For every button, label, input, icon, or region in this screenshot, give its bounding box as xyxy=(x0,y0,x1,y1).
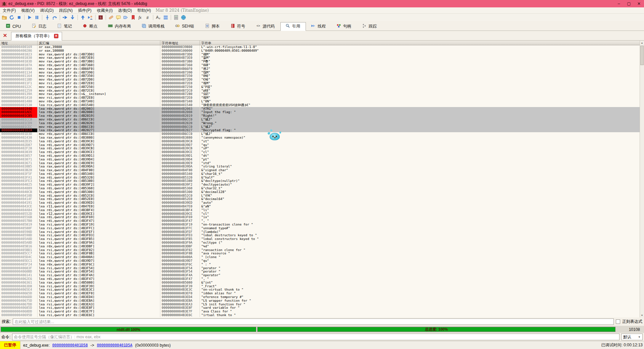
cell-string[interactable]: L"0N" xyxy=(200,100,644,103)
table-row[interactable]: 0000000000401CECmov rdx,qword ptr ds:[4B… xyxy=(0,125,644,129)
cell-string-address[interactable]: 00000000004B39D7 xyxy=(160,259,200,263)
comment-icon[interactable] xyxy=(115,14,122,21)
cell-disassembly[interactable]: lea rsi,qword ptr ds:[4B3FEF] xyxy=(38,230,160,234)
tab-call-stack[interactable]: 调用堆栈 xyxy=(137,22,170,31)
cell-disassembly[interactable]: or eax,39800 xyxy=(38,45,160,49)
cell-string-address[interactable]: 00000000004B39CB xyxy=(160,147,200,150)
cell-address[interactable]: 0000000000401410 xyxy=(0,96,38,100)
stop-icon[interactable] xyxy=(16,14,22,21)
table-row[interactable]: 000000000040139Amov rax,qword ptr ds:[<&… xyxy=(0,92,644,96)
cell-string-address[interactable]: 00000000004B52E0 xyxy=(160,197,200,201)
tab-trace[interactable]: 跟踪 xyxy=(357,22,382,31)
cell-address[interactable]: 0000000000401030 xyxy=(0,56,38,60)
cell-disassembly[interactable]: lea rdi,qword ptr ds:[4B3BF4] xyxy=(38,208,160,212)
cell-address[interactable]: 000000000040665D xyxy=(0,292,38,295)
table-row[interactable]: 0000000000405A0Dlea rsi,qword ptr ds:[4B… xyxy=(0,237,644,241)
table-row[interactable]: 0000000000401AEClea rdx,qword ptr ds:[4B… xyxy=(0,110,644,114)
cell-string-address[interactable]: 00000000004B7390 xyxy=(160,71,200,74)
cell-string-address[interactable]: 00000000004B3BF4 xyxy=(160,208,200,212)
cell-disassembly[interactable]: lea rdi,qword ptr ds:[4B39CE] xyxy=(38,150,160,154)
tab-breakpoints[interactable]: 断点 xyxy=(77,22,103,31)
cell-string[interactable]: &"signed char" xyxy=(200,168,644,172)
cell-address[interactable]: 0000000000401480 xyxy=(0,100,38,103)
cell-disassembly[interactable]: lea rsi,qword ptr ds:[4B3E8F] xyxy=(38,306,160,310)
status-address-from[interactable]: 0000000000401D58 xyxy=(52,343,88,347)
cell-address[interactable]: 000000000040588F xyxy=(0,227,38,230)
cell-address[interactable]: 00000000004057B0 xyxy=(0,219,38,223)
table-row[interactable]: 000000000040685Dlea rsi,qword ptr ds:[4B… xyxy=(0,306,644,310)
cell-string[interactable]: "uard variable for " xyxy=(200,306,644,310)
cell-string-address[interactable]: 00000000004B5320 xyxy=(160,176,200,180)
cell-string-address[interactable]: 00000000004B3FFC xyxy=(160,227,200,230)
cell-address[interactable]: 000000000040108A xyxy=(0,67,38,71)
header-string[interactable]: 字符串 xyxy=(200,41,644,45)
pause-icon[interactable] xyxy=(34,14,40,21)
cell-string[interactable]: L"-win-crt-filesystem-l1-1-0" xyxy=(200,45,644,49)
cell-string-address[interactable]: 00000000004B3F8B xyxy=(160,252,200,255)
cell-address[interactable]: 000000000040103D xyxy=(0,60,38,63)
cell-string-address[interactable]: 00000000004B39E9 xyxy=(160,161,200,165)
table-row[interactable]: 00000000004062E6lea rdi,qword ptr ds:[4B… xyxy=(0,277,644,281)
cell-string[interactable]: "蔃M" xyxy=(200,71,644,74)
cell-string-address[interactable]: 00000000004B3F19 xyxy=(160,223,200,227)
patch-icon[interactable] xyxy=(108,14,114,21)
table-row[interactable]: 00000000004068DDlea rsi,qword ptr ds:[4B… xyxy=(0,310,644,313)
cell-string[interactable]: "脨伌伌伌伌伌伌伌USH波8H嗭$€" xyxy=(200,103,644,107)
tab-symbols[interactable]: 符号 xyxy=(225,22,251,31)
menu-item[interactable]: 文件(F) xyxy=(0,7,18,13)
cell-disassembly[interactable]: lea rsi,qword ptr ds:[4B3FFC] xyxy=(38,227,160,230)
table-row[interactable]: 000000000040598Dlea rsi,qword ptr ds:[4B… xyxy=(0,234,644,237)
cell-disassembly[interactable]: mov rbx,qword ptr ds:[4B72D0] xyxy=(38,78,160,82)
cell-disassembly[interactable]: lea rdx,qword ptr ds:[4B2019] xyxy=(38,114,160,118)
table-row[interactable]: 0000000000401134mov rax,qword ptr ds:[4B… xyxy=(0,71,644,74)
table-row[interactable]: 0000000000402F28lea rdi,qword ptr ds:[4B… xyxy=(0,147,644,150)
cell-disassembly[interactable]: lea rsi,qword ptr ds:[4B3EF0] xyxy=(38,292,160,295)
cell-string[interactable]: &"char32_t" xyxy=(200,187,644,190)
cell-address[interactable]: 0000000000401CC8 xyxy=(0,118,38,121)
cell-string-address[interactable]: 00000000004B72E0 xyxy=(160,96,200,100)
cell-string-address[interactable]: 00000000004B400A xyxy=(160,255,200,259)
cell-address[interactable]: 0000000000405B16 xyxy=(0,245,38,248)
table-row[interactable]: 00000000004040CBlea rdi,qword ptr ds:[4B… xyxy=(0,190,644,194)
cell-string-address[interactable]: 00000000004B39D7 xyxy=(160,143,200,147)
step-into-icon[interactable] xyxy=(44,14,51,21)
cell-address[interactable]: 00000000004067DD xyxy=(0,303,38,306)
cell-string-address[interactable]: 00000000004B3880 xyxy=(160,136,200,140)
cell-string-address[interactable]: 00000000004B66F0 xyxy=(160,67,200,71)
cell-string[interactable]: "Input the flag: " xyxy=(200,110,644,114)
cell-string[interactable]: "稱M" xyxy=(200,53,644,56)
cell-string-address[interactable]: 00000000004B3F02 xyxy=(160,248,200,252)
cell-address[interactable]: 0000000000403057 xyxy=(0,154,38,158)
cell-address[interactable]: 000000000040675D xyxy=(0,299,38,303)
cell-string-address[interactable]: 00000000004B3F54 xyxy=(160,270,200,273)
cell-disassembly[interactable]: lea rdi,qword ptr ds:[4B39F2] xyxy=(38,183,160,187)
cell-disassembly[interactable]: lea rsi,qword ptr ds:[4B3F9A] xyxy=(38,241,160,245)
table-row[interactable]: 000000000040552Dlea r12,qword ptr ds:[4B… xyxy=(0,212,644,216)
table-row[interactable]: 0000000000402D35lea rdi,qword ptr ds:[4B… xyxy=(0,140,644,143)
cell-string[interactable]: "ava Class for " xyxy=(200,310,644,313)
table-row[interactable]: 000000000040103Dmov rax,qword ptr ds:[4B… xyxy=(0,60,644,63)
cell-address[interactable]: 0000000000405CC7 xyxy=(0,252,38,255)
table-row[interactable]: 0000000000406361lea rax,qword ptr ds:[4B… xyxy=(0,281,644,285)
cell-string-address[interactable]: 00000000004B6CC0 xyxy=(160,132,200,136)
cell-string[interactable]: "{lambda(" xyxy=(200,230,644,234)
cell-disassembly[interactable]: lea rsi,qword ptr ds:[4B3F54] xyxy=(38,270,160,273)
cell-disassembly[interactable]: lea rsi,qword ptr ds:[4B3F19] xyxy=(38,223,160,227)
table-row[interactable]: 000000000040590Dlea rsi,qword ptr ds:[4B… xyxy=(0,230,644,234)
cell-string[interactable]: "Wrong." xyxy=(200,121,644,125)
cell-string[interactable]: "idden alias for " xyxy=(200,292,644,295)
cell-string[interactable]: "decltype(auto)" xyxy=(200,183,644,187)
table-row[interactable]: 00000000004063D8lea rsi,qword ptr ds:[4B… xyxy=(0,285,644,288)
cell-disassembly[interactable]: lea rdi,qword ptr ds:[4B39ED] xyxy=(38,201,160,205)
cell-address[interactable]: 00000000004011BD xyxy=(0,78,38,82)
cell-disassembly[interactable]: lea r12,qword ptr ds:[4B39CE] xyxy=(38,212,160,216)
cell-disassembly[interactable]: lea rdx,qword ptr ds:[4B2003] xyxy=(38,107,160,111)
menu-item[interactable]: 选项(O) xyxy=(115,7,135,13)
cell-address[interactable]: 0000000000401AEC xyxy=(0,110,38,114)
cell-address[interactable]: 0000000000403671 xyxy=(0,161,38,165)
cell-disassembly[interactable]: lea rax,qword ptr ds:[4B3880] xyxy=(38,136,160,140)
cell-address[interactable]: 0000000000405A8D xyxy=(0,241,38,245)
cell-disassembly[interactable]: lea rdi,qword ptr ds:[4B52E0] xyxy=(38,197,160,201)
cell-string-address[interactable]: 00000000004B39ED xyxy=(160,201,200,205)
cell-address[interactable]: 000000000040410D xyxy=(0,194,38,198)
